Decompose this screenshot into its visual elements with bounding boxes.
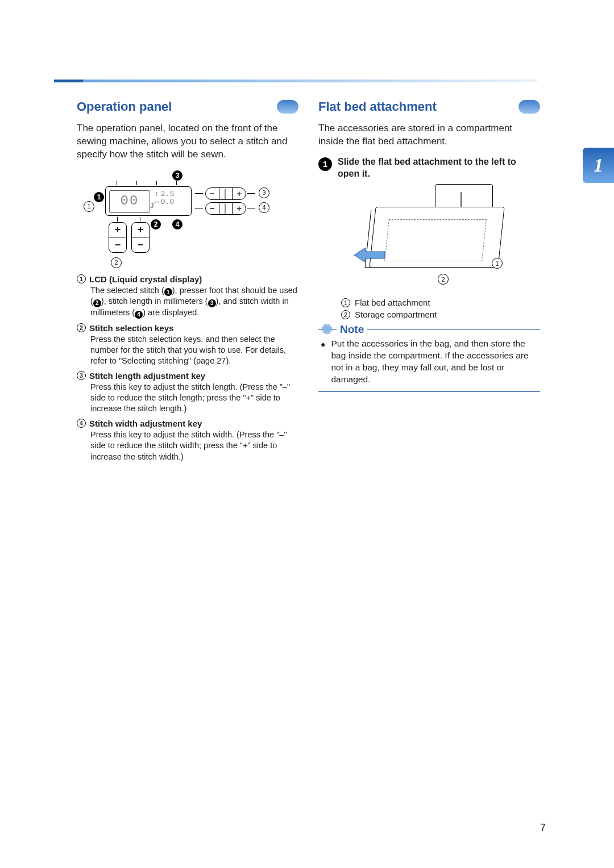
note-box: ✺ Note ● Put the accessories in the bag,… bbox=[318, 329, 540, 392]
callout-black-4: 4 bbox=[172, 219, 182, 229]
def-body: Press this key to adjust the stitch leng… bbox=[90, 382, 298, 414]
callout-black-2: 2 bbox=[151, 219, 161, 229]
flat-bed-diagram: 1 2 bbox=[350, 184, 509, 292]
callout-label: Flat bed attachment bbox=[355, 297, 430, 308]
leader-line bbox=[195, 208, 203, 209]
divider-icon: │ bbox=[219, 203, 233, 214]
tick-mark bbox=[117, 217, 118, 222]
def-term: 1LCD (Liquid crystal display) bbox=[77, 274, 298, 284]
callout-black-3: 3 bbox=[172, 170, 182, 181]
def-body: The selected stitch (1), presser foot th… bbox=[90, 285, 298, 319]
step-number-badge: 1 bbox=[318, 157, 332, 171]
lcd-frame: 00 J ↕2.5 ↔0.0 bbox=[105, 186, 192, 216]
lcd-right-values: ↕2.5 ↔0.0 bbox=[155, 190, 188, 212]
svg-marker-0 bbox=[354, 248, 385, 262]
operation-panel-heading: Operation panel bbox=[77, 99, 298, 114]
leader-line bbox=[247, 193, 255, 194]
callout-row: 1Flat bed attachment bbox=[341, 297, 540, 308]
def-term: 4Stitch width adjustment key bbox=[77, 419, 298, 428]
ring-number-icon: 2 bbox=[77, 323, 86, 332]
len-icon: ↕ bbox=[155, 190, 159, 198]
callout-ring-3: 3 bbox=[259, 187, 269, 198]
wid-icon: ↔ bbox=[155, 198, 159, 206]
heading-text: Flat bed attachment bbox=[318, 99, 513, 114]
heading-bubble-icon bbox=[518, 100, 540, 114]
note-item: ● Put the accessories in the bag, and th… bbox=[321, 338, 538, 386]
callout-ring-1: 1 bbox=[84, 201, 94, 212]
stitch-select-key-ones[interactable]: + − bbox=[131, 222, 150, 253]
operation-panel-intro: The operation panel, located on the fron… bbox=[77, 122, 298, 161]
left-column: Operation panel The operation panel, loc… bbox=[77, 99, 298, 462]
slide-left-arrow-icon bbox=[354, 247, 386, 264]
chapter-tab: 1 bbox=[583, 148, 614, 183]
callout-black-1: 1 bbox=[94, 192, 104, 202]
callout-label: Storage compartment bbox=[355, 308, 437, 320]
plus-icon: + bbox=[132, 223, 149, 238]
lcd-width: 0.0 bbox=[161, 198, 174, 206]
heading-text: Operation panel bbox=[77, 99, 271, 114]
inline-black-circle-icon: 3 bbox=[208, 299, 216, 307]
page-number: 7 bbox=[540, 822, 546, 834]
step-row: 1 Slide the flat bed attachment to the l… bbox=[318, 156, 540, 180]
def-body: Press this key to adjust the stitch widt… bbox=[90, 429, 298, 462]
tick-mark bbox=[136, 181, 137, 185]
minus-icon: − bbox=[206, 188, 219, 199]
callout-ring-2: 2 bbox=[438, 274, 449, 285]
step-instruction: Slide the flat bed attachment to the lef… bbox=[338, 156, 540, 180]
inline-black-circle-icon: 1 bbox=[164, 288, 172, 296]
note-burst-icon: ✺ bbox=[321, 323, 333, 336]
ring-number-icon: 3 bbox=[77, 371, 86, 380]
page-body: Operation panel The operation panel, loc… bbox=[77, 99, 540, 462]
callout-ring-2: 2 bbox=[111, 257, 122, 268]
tick-mark bbox=[156, 181, 157, 185]
inline-black-circle-icon: 2 bbox=[93, 299, 101, 307]
tick-mark bbox=[117, 181, 117, 185]
def-title: Stitch selection keys bbox=[89, 323, 173, 333]
note-label: Note bbox=[337, 323, 367, 336]
flat-bed-callouts: 1Flat bed attachment2Storage compartment bbox=[341, 297, 540, 320]
operation-panel-diagram: 00 J ↕2.5 ↔0.0 1 2 3 4 1 2 3 4 + − bbox=[77, 169, 276, 269]
ring-number-icon: 4 bbox=[77, 419, 86, 428]
stitch-length-key[interactable]: − │ + bbox=[205, 187, 246, 200]
inline-black-circle-icon: 4 bbox=[135, 311, 143, 319]
storage-compartment-shape bbox=[384, 219, 487, 261]
def-term: 2Stitch selection keys bbox=[77, 323, 298, 333]
chapter-number: 1 bbox=[594, 155, 603, 176]
note-heading: ✺ Note bbox=[321, 323, 538, 336]
minus-icon: − bbox=[109, 237, 126, 252]
tick-mark bbox=[140, 217, 140, 222]
callout-ring-1: 1 bbox=[492, 258, 503, 269]
ring-number-icon: 1 bbox=[341, 298, 350, 307]
definition-list: 1LCD (Liquid crystal display)The selecte… bbox=[77, 274, 298, 462]
flat-bed-heading: Flat bed attachment bbox=[318, 99, 540, 114]
lcd-foot-letter: J bbox=[150, 202, 154, 210]
note-text: Put the accessories in the bag, and then… bbox=[331, 338, 538, 386]
divider-icon: │ bbox=[219, 188, 233, 199]
bullet-icon: ● bbox=[321, 338, 325, 386]
stitch-width-key[interactable]: − │ + bbox=[205, 202, 246, 215]
right-column: Flat bed attachment The accessories are … bbox=[318, 99, 540, 462]
ring-number-icon: 1 bbox=[77, 274, 86, 283]
def-title: Stitch width adjustment key bbox=[89, 419, 202, 428]
tick-mark bbox=[176, 181, 177, 185]
heading-bubble-icon bbox=[277, 100, 298, 114]
ring-number-icon: 2 bbox=[341, 310, 350, 319]
def-title: Stitch length adjustment key bbox=[89, 371, 205, 381]
lcd-stitch-number: 00 bbox=[109, 190, 150, 213]
plus-icon: + bbox=[232, 188, 246, 199]
minus-icon: − bbox=[132, 237, 149, 252]
minus-icon: − bbox=[206, 203, 219, 214]
flat-bed-intro: The accessories are stored in a compartm… bbox=[318, 122, 540, 148]
lcd-length: 2.5 bbox=[161, 190, 174, 198]
def-body: Press the stitch selection keys, and the… bbox=[90, 334, 298, 366]
stitch-select-key-tens[interactable]: + − bbox=[109, 222, 127, 253]
callout-ring-4: 4 bbox=[259, 202, 269, 213]
plus-icon: + bbox=[232, 203, 246, 214]
header-rule bbox=[54, 80, 537, 82]
callout-row: 2Storage compartment bbox=[341, 308, 540, 320]
leader-line bbox=[195, 193, 203, 194]
def-title: LCD (Liquid crystal display) bbox=[89, 274, 202, 284]
def-term: 3Stitch length adjustment key bbox=[77, 371, 298, 381]
plus-icon: + bbox=[109, 223, 126, 238]
leader-line bbox=[247, 208, 255, 209]
